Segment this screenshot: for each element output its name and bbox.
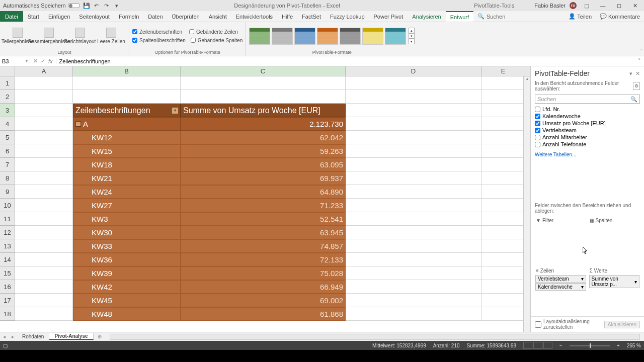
cell[interactable]: [15, 199, 73, 212]
cell[interactable]: [346, 117, 481, 131]
cell[interactable]: [15, 307, 73, 321]
cell[interactable]: [346, 131, 481, 144]
pivot-row-value[interactable]: 75.028: [181, 266, 346, 280]
pivot-row-value[interactable]: 64.890: [181, 185, 346, 199]
pivot-row-label[interactable]: KW39: [73, 266, 181, 280]
row-header[interactable]: 13: [0, 239, 15, 253]
cell[interactable]: [15, 158, 73, 171]
bandedcols-checkbox[interactable]: Gebänderte Spalten: [191, 37, 243, 44]
cell[interactable]: [15, 76, 73, 90]
field-checkbox[interactable]: Kalenderwoche: [535, 113, 640, 120]
row-header[interactable]: 17: [0, 294, 15, 307]
cell[interactable]: [481, 76, 525, 90]
cell[interactable]: [481, 171, 525, 185]
pivot-row-label[interactable]: KW15: [73, 144, 181, 158]
pivot-row-value[interactable]: 66.949: [181, 280, 346, 294]
cell[interactable]: [15, 280, 73, 294]
pivot-row-value[interactable]: 62.042: [181, 131, 346, 144]
field-checkbox[interactable]: Vertriebsteam: [535, 127, 640, 134]
save-icon[interactable]: 💾: [83, 2, 90, 9]
cell[interactable]: [481, 253, 525, 266]
cell[interactable]: [346, 266, 481, 280]
cell[interactable]: [346, 144, 481, 158]
cell[interactable]: [15, 90, 73, 104]
field-pane-close-icon[interactable]: ✕: [635, 70, 640, 77]
field-checkbox[interactable]: Umsatz pro Woche [EUR]: [535, 120, 640, 127]
maximize-icon[interactable]: ◻: [613, 1, 625, 10]
cell[interactable]: [15, 104, 73, 117]
row-header[interactable]: 18: [0, 307, 15, 321]
pivot-row-label[interactable]: KW27: [73, 199, 181, 212]
cell[interactable]: [346, 212, 481, 226]
cell[interactable]: [481, 131, 525, 144]
zoom-slider[interactable]: [570, 345, 610, 346]
cell[interactable]: [346, 76, 481, 90]
cell[interactable]: [15, 144, 73, 158]
select-all-corner[interactable]: [0, 66, 15, 76]
grandtotals-button[interactable]: Gesamtergebnisse: [34, 28, 63, 44]
cell[interactable]: [15, 294, 73, 307]
cell[interactable]: [346, 104, 481, 117]
field-pane-options-icon[interactable]: ▾: [629, 70, 632, 77]
share-button[interactable]: 👤Teilen: [565, 11, 596, 22]
row-header[interactable]: 4: [0, 117, 15, 131]
pivot-row-value[interactable]: 74.857: [181, 239, 346, 253]
zoom-out-icon[interactable]: −: [559, 343, 562, 348]
collapse-ribbon-icon[interactable]: ˆ: [640, 49, 642, 55]
filter-dropdown-icon[interactable]: ▾: [172, 107, 179, 114]
cell[interactable]: [15, 239, 73, 253]
row-header[interactable]: 10: [0, 199, 15, 212]
columns-area[interactable]: ▦Spalten: [588, 216, 641, 266]
minimize-icon[interactable]: ―: [597, 1, 609, 10]
file-tab[interactable]: Datei: [0, 11, 23, 22]
cell[interactable]: [346, 90, 481, 104]
field-checkbox[interactable]: Anzahl Mitarbeiter: [535, 134, 640, 141]
pivot-row-value[interactable]: 69.937: [181, 171, 346, 185]
colheaders-checkbox[interactable]: Spaltenüberschriften: [132, 37, 186, 44]
cell[interactable]: [481, 144, 525, 158]
cell[interactable]: [15, 212, 73, 226]
row-header[interactable]: 6: [0, 144, 15, 158]
pivot-row-label[interactable]: KW21: [73, 171, 181, 185]
field-checkbox[interactable]: Anzahl Telefonate: [535, 141, 640, 148]
field-checkbox[interactable]: Lfd. Nr.: [535, 106, 640, 113]
tab-fuzzy[interactable]: Fuzzy Lookup: [326, 11, 369, 22]
pivot-row-value[interactable]: 69.002: [181, 294, 346, 307]
row-header[interactable]: 12: [0, 226, 15, 239]
close-icon[interactable]: ✕: [629, 1, 641, 10]
gallery-more-icon[interactable]: ▾: [409, 39, 415, 44]
filter-area[interactable]: ▼Filter: [534, 216, 588, 266]
cell[interactable]: [15, 117, 73, 131]
column-header[interactable]: A: [15, 66, 73, 76]
more-tables-link[interactable]: Weitere Tabellen...: [531, 149, 644, 160]
cell[interactable]: [346, 199, 481, 212]
pivot-row-value[interactable]: 71.233: [181, 199, 346, 212]
pagebreak-view-icon[interactable]: [543, 342, 552, 349]
cell[interactable]: [481, 280, 525, 294]
cell[interactable]: [15, 131, 73, 144]
rows-area[interactable]: ≡Zeilen Vertriebsteam▾ Kalenderwoche▾: [534, 266, 588, 316]
bandedrows-checkbox[interactable]: Gebänderte Zeilen: [189, 29, 238, 35]
normal-view-icon[interactable]: [523, 342, 532, 349]
cell[interactable]: [481, 90, 525, 104]
cell[interactable]: [15, 253, 73, 266]
accept-formula-icon[interactable]: ✓: [41, 58, 45, 64]
zoom-in-icon[interactable]: +: [617, 343, 620, 348]
pivot-row-label[interactable]: KW12: [73, 131, 181, 144]
cell[interactable]: [481, 158, 525, 171]
add-sheet-icon[interactable]: ⊕: [94, 334, 106, 339]
ribbon-mode-icon[interactable]: ▢: [581, 1, 593, 10]
tell-me-search[interactable]: 🔍Suchen: [473, 11, 509, 22]
fx-icon[interactable]: fx: [48, 58, 53, 64]
cell[interactable]: [15, 266, 73, 280]
avatar[interactable]: FB: [570, 2, 577, 9]
row-header[interactable]: 3: [0, 104, 15, 117]
pivot-row-label[interactable]: KW30: [73, 226, 181, 239]
reportlayout-button[interactable]: Berichtslayout: [65, 28, 95, 44]
cell[interactable]: [346, 294, 481, 307]
zoom-level[interactable]: 265 %: [627, 343, 641, 348]
cell[interactable]: [346, 226, 481, 239]
tab-pagelayout[interactable]: Seitenlayout: [74, 11, 114, 22]
expand-formula-icon[interactable]: ˅: [635, 58, 644, 64]
tab-help[interactable]: Hilfe: [277, 11, 297, 22]
